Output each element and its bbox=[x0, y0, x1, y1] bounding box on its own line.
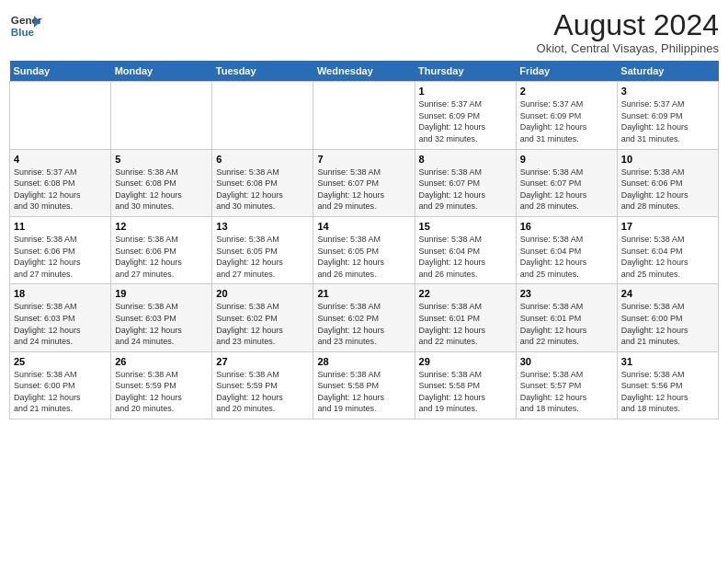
day-info: Sunrise: 5:38 AM Sunset: 6:07 PM Dayligh… bbox=[419, 167, 512, 213]
day-number: 1 bbox=[419, 86, 512, 97]
day-info: Sunrise: 5:38 AM Sunset: 5:59 PM Dayligh… bbox=[115, 369, 208, 415]
calendar-cell: 23Sunrise: 5:38 AM Sunset: 6:01 PM Dayli… bbox=[516, 284, 617, 351]
calendar-cell: 16Sunrise: 5:38 AM Sunset: 6:04 PM Dayli… bbox=[516, 216, 617, 283]
day-info: Sunrise: 5:38 AM Sunset: 6:03 PM Dayligh… bbox=[115, 301, 208, 347]
day-number: 23 bbox=[520, 288, 613, 299]
day-info: Sunrise: 5:38 AM Sunset: 6:06 PM Dayligh… bbox=[621, 167, 714, 213]
day-info: Sunrise: 5:37 AM Sunset: 6:09 PM Dayligh… bbox=[621, 98, 714, 144]
logo: General Blue bbox=[9, 9, 42, 42]
day-info: Sunrise: 5:38 AM Sunset: 6:08 PM Dayligh… bbox=[216, 167, 309, 213]
day-number: 15 bbox=[419, 221, 512, 232]
day-header-friday: Friday bbox=[516, 61, 617, 82]
day-info: Sunrise: 5:38 AM Sunset: 6:07 PM Dayligh… bbox=[520, 167, 613, 213]
day-info: Sunrise: 5:38 AM Sunset: 6:04 PM Dayligh… bbox=[419, 234, 512, 280]
week-row-5: 25Sunrise: 5:38 AM Sunset: 6:00 PM Dayli… bbox=[10, 351, 719, 419]
calendar-cell: 6Sunrise: 5:38 AM Sunset: 6:08 PM Daylig… bbox=[212, 149, 313, 216]
calendar-cell: 15Sunrise: 5:38 AM Sunset: 6:04 PM Dayli… bbox=[415, 216, 516, 283]
day-header-wednesday: Wednesday bbox=[313, 61, 415, 82]
day-number: 6 bbox=[216, 154, 309, 165]
calendar-cell: 5Sunrise: 5:38 AM Sunset: 6:08 PM Daylig… bbox=[111, 149, 212, 216]
week-row-4: 18Sunrise: 5:38 AM Sunset: 6:03 PM Dayli… bbox=[10, 284, 719, 351]
day-info: Sunrise: 5:38 AM Sunset: 5:58 PM Dayligh… bbox=[419, 369, 512, 415]
day-info: Sunrise: 5:38 AM Sunset: 6:06 PM Dayligh… bbox=[115, 234, 208, 280]
week-row-2: 4Sunrise: 5:37 AM Sunset: 6:08 PM Daylig… bbox=[10, 149, 719, 216]
day-info: Sunrise: 5:38 AM Sunset: 5:58 PM Dayligh… bbox=[317, 369, 410, 415]
day-number: 13 bbox=[216, 221, 309, 232]
calendar-cell: 28Sunrise: 5:38 AM Sunset: 5:58 PM Dayli… bbox=[313, 351, 415, 419]
logo-icon: General Blue bbox=[9, 9, 42, 42]
day-number: 28 bbox=[317, 356, 410, 367]
day-info: Sunrise: 5:38 AM Sunset: 5:56 PM Dayligh… bbox=[621, 369, 714, 415]
day-number: 19 bbox=[115, 288, 208, 299]
day-number: 2 bbox=[520, 86, 613, 97]
day-number: 25 bbox=[14, 356, 107, 367]
page-header: General Blue August 2024 Okiot, Central … bbox=[9, 9, 719, 55]
calendar-cell bbox=[313, 82, 415, 149]
day-number: 18 bbox=[14, 288, 107, 299]
calendar-cell bbox=[10, 82, 111, 149]
calendar-cell bbox=[111, 82, 212, 149]
day-number: 14 bbox=[317, 221, 410, 232]
day-header-thursday: Thursday bbox=[415, 61, 516, 82]
day-number: 9 bbox=[520, 154, 613, 165]
calendar-cell: 1Sunrise: 5:37 AM Sunset: 6:09 PM Daylig… bbox=[415, 82, 516, 149]
day-info: Sunrise: 5:38 AM Sunset: 6:01 PM Dayligh… bbox=[419, 301, 512, 347]
day-info: Sunrise: 5:38 AM Sunset: 6:05 PM Dayligh… bbox=[216, 234, 309, 280]
day-info: Sunrise: 5:38 AM Sunset: 6:05 PM Dayligh… bbox=[317, 234, 410, 280]
day-info: Sunrise: 5:38 AM Sunset: 6:03 PM Dayligh… bbox=[14, 301, 107, 347]
calendar-cell: 20Sunrise: 5:38 AM Sunset: 6:02 PM Dayli… bbox=[212, 284, 313, 351]
day-number: 3 bbox=[621, 86, 714, 97]
day-info: Sunrise: 5:37 AM Sunset: 6:08 PM Dayligh… bbox=[14, 167, 107, 213]
calendar-cell: 27Sunrise: 5:38 AM Sunset: 5:59 PM Dayli… bbox=[212, 351, 313, 419]
day-info: Sunrise: 5:38 AM Sunset: 6:00 PM Dayligh… bbox=[14, 369, 107, 415]
title-block: August 2024 Okiot, Central Visayas, Phil… bbox=[537, 9, 719, 55]
calendar-cell: 24Sunrise: 5:38 AM Sunset: 6:00 PM Dayli… bbox=[617, 284, 718, 351]
day-number: 4 bbox=[14, 154, 107, 165]
calendar-cell bbox=[212, 82, 313, 149]
day-header-tuesday: Tuesday bbox=[212, 61, 313, 82]
calendar-cell: 18Sunrise: 5:38 AM Sunset: 6:03 PM Dayli… bbox=[10, 284, 111, 351]
calendar-cell: 26Sunrise: 5:38 AM Sunset: 5:59 PM Dayli… bbox=[111, 351, 212, 419]
calendar-cell: 22Sunrise: 5:38 AM Sunset: 6:01 PM Dayli… bbox=[415, 284, 516, 351]
day-info: Sunrise: 5:38 AM Sunset: 5:59 PM Dayligh… bbox=[216, 369, 309, 415]
calendar-body: 1Sunrise: 5:37 AM Sunset: 6:09 PM Daylig… bbox=[10, 82, 719, 419]
calendar-cell: 31Sunrise: 5:38 AM Sunset: 5:56 PM Dayli… bbox=[617, 351, 718, 419]
calendar-table: SundayMondayTuesdayWednesdayThursdayFrid… bbox=[9, 61, 719, 419]
day-number: 12 bbox=[115, 221, 208, 232]
day-info: Sunrise: 5:37 AM Sunset: 6:09 PM Dayligh… bbox=[520, 98, 613, 144]
day-number: 24 bbox=[621, 288, 714, 299]
day-number: 8 bbox=[419, 154, 512, 165]
day-number: 30 bbox=[520, 356, 613, 367]
day-number: 26 bbox=[115, 356, 208, 367]
calendar-cell: 21Sunrise: 5:38 AM Sunset: 6:02 PM Dayli… bbox=[313, 284, 415, 351]
day-info: Sunrise: 5:38 AM Sunset: 6:07 PM Dayligh… bbox=[317, 167, 410, 213]
days-of-week-row: SundayMondayTuesdayWednesdayThursdayFrid… bbox=[10, 61, 719, 82]
day-number: 16 bbox=[520, 221, 613, 232]
day-header-sunday: Sunday bbox=[10, 61, 111, 82]
day-number: 31 bbox=[621, 356, 714, 367]
day-info: Sunrise: 5:38 AM Sunset: 6:04 PM Dayligh… bbox=[520, 234, 613, 280]
day-header-monday: Monday bbox=[111, 61, 212, 82]
day-info: Sunrise: 5:38 AM Sunset: 6:06 PM Dayligh… bbox=[14, 234, 107, 280]
day-number: 27 bbox=[216, 356, 309, 367]
calendar-cell: 8Sunrise: 5:38 AM Sunset: 6:07 PM Daylig… bbox=[415, 149, 516, 216]
calendar-cell: 3Sunrise: 5:37 AM Sunset: 6:09 PM Daylig… bbox=[617, 82, 718, 149]
day-number: 20 bbox=[216, 288, 309, 299]
day-number: 5 bbox=[115, 154, 208, 165]
day-number: 11 bbox=[14, 221, 107, 232]
calendar-cell: 12Sunrise: 5:38 AM Sunset: 6:06 PM Dayli… bbox=[111, 216, 212, 283]
week-row-1: 1Sunrise: 5:37 AM Sunset: 6:09 PM Daylig… bbox=[10, 82, 719, 149]
calendar-cell: 14Sunrise: 5:38 AM Sunset: 6:05 PM Dayli… bbox=[313, 216, 415, 283]
day-info: Sunrise: 5:38 AM Sunset: 6:04 PM Dayligh… bbox=[621, 234, 714, 280]
day-info: Sunrise: 5:38 AM Sunset: 6:01 PM Dayligh… bbox=[520, 301, 613, 347]
calendar-cell: 19Sunrise: 5:38 AM Sunset: 6:03 PM Dayli… bbox=[111, 284, 212, 351]
day-number: 21 bbox=[317, 288, 410, 299]
day-info: Sunrise: 5:37 AM Sunset: 6:09 PM Dayligh… bbox=[419, 98, 512, 144]
day-info: Sunrise: 5:38 AM Sunset: 6:08 PM Dayligh… bbox=[115, 167, 208, 213]
calendar-cell: 4Sunrise: 5:37 AM Sunset: 6:08 PM Daylig… bbox=[10, 149, 111, 216]
day-number: 17 bbox=[621, 221, 714, 232]
day-info: Sunrise: 5:38 AM Sunset: 6:02 PM Dayligh… bbox=[317, 301, 410, 347]
day-info: Sunrise: 5:38 AM Sunset: 6:00 PM Dayligh… bbox=[621, 301, 714, 347]
day-info: Sunrise: 5:38 AM Sunset: 6:02 PM Dayligh… bbox=[216, 301, 309, 347]
calendar-subtitle: Okiot, Central Visayas, Philippines bbox=[537, 41, 719, 55]
